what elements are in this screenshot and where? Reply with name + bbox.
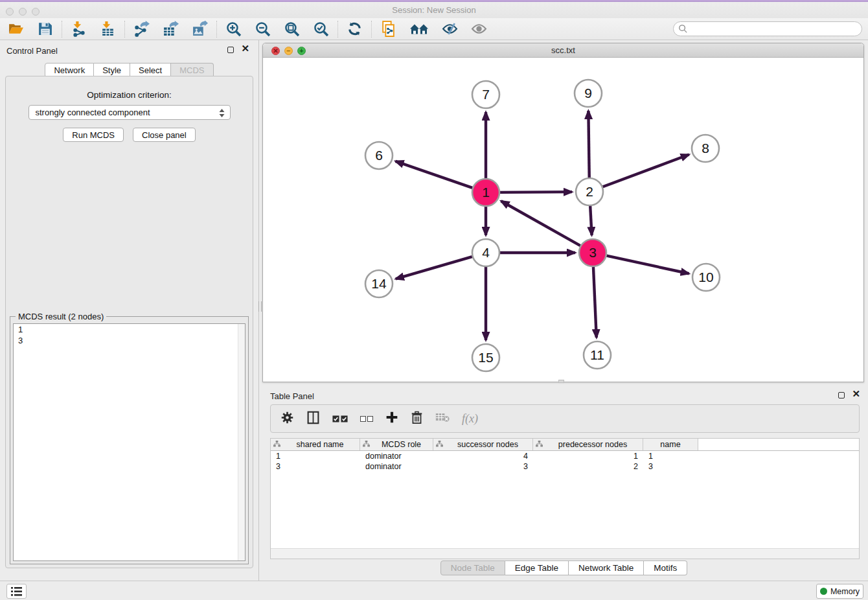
column-header-shared-name[interactable]: shared name: [271, 439, 360, 450]
graph-edge-1-2[interactable]: [500, 192, 572, 192]
memory-label: Memory: [830, 587, 860, 596]
delete-column-icon[interactable]: [411, 411, 423, 427]
table-cell[interactable]: 3: [433, 461, 533, 472]
search-input[interactable]: [673, 21, 862, 36]
delete-table-icon[interactable]: [435, 412, 450, 425]
table-cell[interactable]: 3: [643, 461, 698, 472]
table-cell[interactable]: 4: [433, 451, 533, 461]
import-table-icon[interactable]: [100, 21, 116, 37]
column-header-label: shared name: [280, 440, 360, 449]
zoom-out-icon[interactable]: [255, 21, 271, 37]
zoom-selected-icon[interactable]: [313, 21, 329, 37]
table-cell[interactable]: 1: [533, 451, 643, 461]
table-row[interactable]: 3dominator323: [271, 461, 859, 472]
control-panel-close-icon[interactable]: ✕: [241, 43, 249, 54]
criterion-select[interactable]: strongly connected component: [29, 105, 231, 120]
control-panel: Control Panel ✕ Network Style Select MCD…: [0, 40, 259, 581]
application-window: Session: New Session: [0, 0, 868, 600]
export-table-icon[interactable]: [163, 21, 179, 37]
table-cell[interactable]: dominator: [360, 461, 433, 472]
mcds-result-item: 1: [14, 324, 245, 335]
network-resize-handle[interactable]: [558, 380, 564, 383]
column-header-label: name: [643, 440, 698, 449]
title-bar[interactable]: Session: New Session: [0, 2, 868, 18]
show-all-icon[interactable]: [471, 21, 487, 37]
toolbar-separator: [216, 21, 217, 38]
add-column-icon[interactable]: [385, 411, 398, 426]
table-cell[interactable]: dominator: [360, 451, 433, 461]
graph-edge-2-9[interactable]: [588, 111, 589, 178]
deselect-all-columns-icon[interactable]: [360, 416, 373, 422]
table-panel-close-icon[interactable]: ✕: [852, 388, 860, 400]
table-cell[interactable]: 1: [643, 451, 698, 461]
task-history-button[interactable]: [6, 584, 27, 599]
column-header-label: successor nodes: [443, 440, 532, 449]
import-network-icon[interactable]: [71, 21, 87, 37]
hide-selected-icon[interactable]: [442, 21, 458, 37]
hierarchy-sort-icon: [436, 440, 443, 449]
status-bar: Memory: [0, 581, 868, 600]
column-header-name[interactable]: name: [643, 439, 698, 450]
tab-edge-table[interactable]: Edge Table: [505, 560, 569, 575]
hierarchy-sort-icon: [363, 440, 370, 449]
graph-node-label-6: 6: [375, 148, 383, 163]
column-header-predecessor-nodes[interactable]: predecessor nodes: [533, 439, 643, 450]
toolbar-separator: [371, 21, 372, 38]
duplicate-network-icon[interactable]: [380, 21, 396, 37]
first-neighbors-icon[interactable]: [409, 21, 429, 37]
graph-node-label-4: 4: [482, 245, 490, 260]
zoom-in-icon[interactable]: [225, 21, 242, 37]
table-panel-float-icon[interactable]: [838, 392, 845, 398]
graph-node-label-14: 14: [371, 276, 387, 291]
save-session-icon[interactable]: [37, 21, 53, 37]
tab-motifs[interactable]: Motifs: [644, 560, 687, 575]
network-view-window: ✕ − + scc.txt 1234678910111415: [262, 43, 864, 382]
export-network-icon[interactable]: [133, 21, 150, 37]
table-cell[interactable]: 2: [533, 461, 643, 472]
column-header-successor-nodes[interactable]: successor nodes: [433, 439, 533, 450]
mcds-panel-body: Optimization criterion: strongly connect…: [5, 76, 253, 568]
table-horizontal-scrollbar[interactable]: [271, 548, 859, 559]
run-mcds-button[interactable]: Run MCDS: [63, 128, 124, 142]
graph-edge-3-1[interactable]: [501, 201, 580, 246]
column-header-label: predecessor nodes: [543, 440, 643, 449]
network-window-titlebar[interactable]: ✕ − + scc.txt: [263, 43, 863, 58]
graph-edge-2-8[interactable]: [603, 154, 689, 187]
refresh-icon[interactable]: [347, 21, 363, 37]
table-panel-title: Table Panel: [270, 391, 314, 401]
graph-node-label-10: 10: [698, 270, 713, 284]
graph-edge-3-10[interactable]: [606, 256, 689, 274]
function-builder-icon[interactable]: f(x): [462, 412, 478, 426]
column-visibility-icon[interactable]: [306, 411, 320, 427]
network-graph[interactable]: 1234678910111415: [263, 58, 863, 382]
panel-divider-handle[interactable]: [258, 301, 262, 312]
select-all-columns-icon[interactable]: [332, 415, 348, 422]
close-panel-button[interactable]: Close panel: [133, 128, 196, 142]
table-cell[interactable]: 1: [271, 451, 360, 461]
export-image-icon[interactable]: [192, 21, 208, 37]
result-scrollbar[interactable]: [238, 324, 245, 560]
mcds-result-legend: MCDS result (2 nodes): [16, 312, 106, 321]
tab-network-table[interactable]: Network Table: [569, 560, 644, 575]
column-header-MCDS-role[interactable]: MCDS role: [360, 439, 433, 450]
hierarchy-sort-icon: [536, 440, 543, 449]
open-session-icon[interactable]: [8, 21, 24, 37]
memory-button[interactable]: Memory: [816, 584, 863, 599]
table-row[interactable]: 1dominator411: [271, 451, 859, 461]
mcds-result-list[interactable]: 1 3: [13, 323, 246, 561]
graph-edge-1-6[interactable]: [396, 161, 473, 188]
tab-node-table[interactable]: Node Table: [440, 560, 505, 575]
graph-edge-3-11[interactable]: [593, 267, 597, 338]
table-cell[interactable]: 3: [271, 461, 360, 472]
node-table[interactable]: shared nameMCDS rolesuccessor nodesprede…: [270, 438, 860, 559]
table-body: 1dominator4113dominator323: [271, 451, 859, 472]
search-icon: [678, 24, 688, 36]
graph-edge-4-14[interactable]: [396, 257, 472, 279]
search-box: [673, 21, 862, 36]
graph-node-label-1: 1: [482, 185, 490, 200]
control-panel-float-icon[interactable]: [227, 47, 234, 53]
network-canvas[interactable]: 1234678910111415: [263, 58, 863, 382]
zoom-fit-icon[interactable]: [284, 21, 300, 37]
graph-edge-2-3[interactable]: [590, 206, 591, 235]
settings-gear-icon[interactable]: [280, 411, 294, 427]
